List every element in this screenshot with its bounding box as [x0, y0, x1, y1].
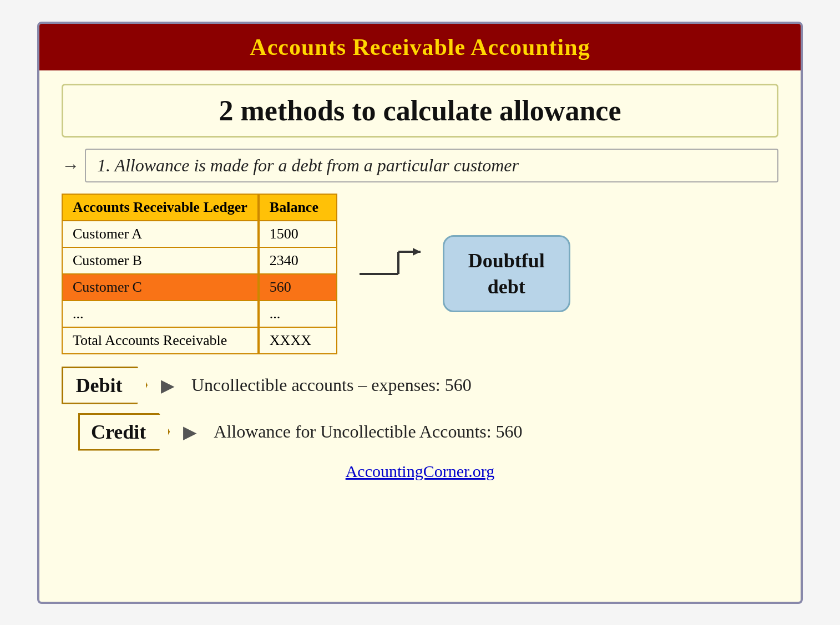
- balance-b-cell: 2340: [259, 247, 337, 274]
- table-row: Customer A: [62, 221, 258, 247]
- debit-arrow-icon: ▶: [161, 375, 175, 396]
- table-row: Customer B: [62, 247, 258, 274]
- doubtful-line1: Doubtful: [467, 248, 546, 274]
- debit-credit-section: Debit ▶ Uncollectible accounts – expense…: [62, 367, 778, 451]
- balance-a-cell: 1500: [259, 221, 337, 247]
- header-bar: Accounts Receivable Accounting: [39, 24, 801, 70]
- table-row: 1500: [259, 221, 337, 247]
- balance-total-cell: XXXX: [259, 327, 337, 354]
- table-row: XXXX: [259, 327, 337, 354]
- customer-c-cell: Customer C: [62, 274, 258, 301]
- debit-badge-wrapper: Debit: [62, 367, 148, 404]
- connector-arrow: [360, 241, 426, 307]
- table-row: 560: [259, 274, 337, 301]
- doubtful-line2: debt: [467, 274, 546, 300]
- website-row: AccountingCorner.org: [62, 462, 778, 481]
- customer-a-cell: Customer A: [62, 221, 258, 247]
- credit-description: Allowance for Uncollectible Accounts: 56…: [214, 421, 522, 442]
- table-row: ...: [62, 301, 258, 327]
- balance-c-cell: 560: [259, 274, 337, 301]
- method1-label: 1. Allowance is made for a debt from a p…: [97, 155, 519, 175]
- balance-header-cell: Balance: [259, 194, 337, 221]
- slide: Accounts Receivable Accounting 2 methods…: [37, 22, 803, 604]
- methods-title: 2 methods to calculate allowance: [219, 95, 621, 126]
- methods-box: 2 methods to calculate allowance: [62, 84, 778, 138]
- website-link[interactable]: AccountingCorner.org: [346, 462, 495, 480]
- debit-label: Debit: [62, 367, 148, 404]
- customer-b-cell: Customer B: [62, 247, 258, 274]
- balance-dots-cell: ...: [259, 301, 337, 327]
- table-row: Total Accounts Receivable: [62, 327, 258, 354]
- ledger-section: Accounts Receivable Ledger Customer A Cu…: [62, 194, 778, 354]
- arrow-indicator: →: [62, 155, 79, 176]
- debit-description: Uncollectible accounts – expenses: 560: [191, 375, 472, 395]
- main-content: 2 methods to calculate allowance → 1. Al…: [39, 70, 801, 602]
- ledger-header-row: Accounts Receivable Ledger: [62, 194, 258, 221]
- svg-marker-3: [413, 248, 421, 256]
- table-row: 2340: [259, 247, 337, 274]
- tables-wrapper: Accounts Receivable Ledger Customer A Cu…: [62, 194, 337, 354]
- doubtful-debt-box: Doubtful debt: [443, 235, 570, 313]
- table-row: Customer C: [62, 274, 258, 301]
- credit-arrow-icon: ▶: [183, 421, 197, 443]
- ledger-table: Accounts Receivable Ledger Customer A Cu…: [62, 194, 259, 354]
- table-row: ...: [259, 301, 337, 327]
- ledger-header-cell: Accounts Receivable Ledger: [62, 194, 258, 221]
- method1-row: → 1. Allowance is made for a debt from a…: [62, 149, 778, 182]
- credit-row: Credit ▶ Allowance for Uncollectible Acc…: [62, 413, 778, 451]
- dots-cell: ...: [62, 301, 258, 327]
- credit-label: Credit: [78, 413, 170, 451]
- debit-row: Debit ▶ Uncollectible accounts – expense…: [62, 367, 778, 404]
- balance-table: Balance 1500 2340 560 ... XXXX: [259, 194, 337, 354]
- total-cell: Total Accounts Receivable: [62, 327, 258, 354]
- page-title: Accounts Receivable Accounting: [250, 34, 590, 60]
- balance-header-row: Balance: [259, 194, 337, 221]
- method1-box: 1. Allowance is made for a debt from a p…: [85, 149, 778, 182]
